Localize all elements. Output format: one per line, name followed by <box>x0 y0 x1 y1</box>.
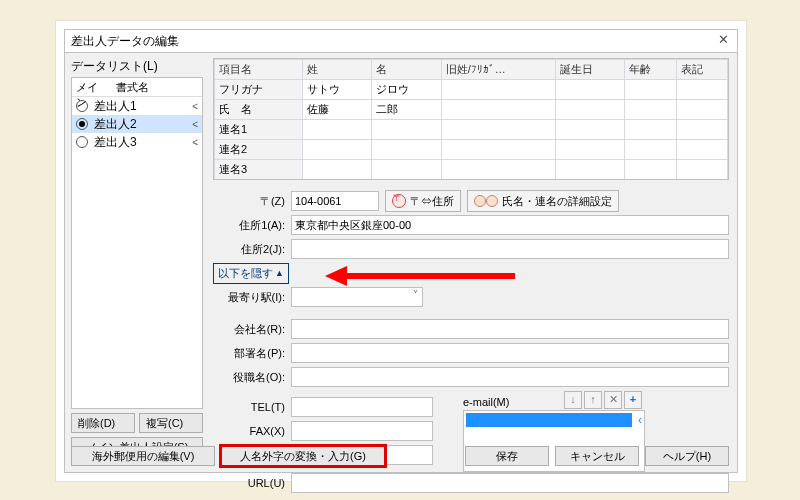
dept-input[interactable] <box>291 343 729 363</box>
people-icon <box>474 195 498 207</box>
zip-input[interactable]: 104-0061 <box>291 191 379 211</box>
table-row[interactable]: 連名2 <box>215 140 728 160</box>
url-input[interactable] <box>291 473 729 493</box>
email-delete-icon[interactable]: ✕ <box>604 391 622 409</box>
fax-input[interactable] <box>291 421 433 441</box>
tel-input[interactable] <box>291 397 433 417</box>
zip-label: 〒(Z) <box>213 194 291 209</box>
datalist-label: データリスト(L) <box>71 58 203 75</box>
table-row[interactable]: フリガナサトウジロウ <box>215 80 728 100</box>
email-move-up-icon[interactable]: ↑ <box>584 391 602 409</box>
tel-label: TEL(T) <box>213 401 291 413</box>
list-item[interactable]: 差出人2 < <box>72 115 202 133</box>
dialog-body: データリスト(L) メイン 書式名 差出人1 < 差出人2 < <box>65 52 737 472</box>
addr2-input[interactable] <box>291 239 729 259</box>
title-label: 役職名(O): <box>213 370 291 385</box>
name-grid[interactable]: 項目名姓名 旧姓/ﾌﾘｶﾞ…誕生日年齢表記 フリガナサトウジロウ 氏 名佐藤二郎… <box>213 58 729 180</box>
email-toolbar: ↓ ↑ ✕ + <box>564 391 642 409</box>
datalist-header: メイン 書式名 <box>72 78 202 97</box>
gaiji-convert-button[interactable]: 人名外字の変換・入力(G) <box>221 446 385 466</box>
delete-button[interactable]: 削除(D) <box>71 413 135 433</box>
chevron-icon: < <box>192 101 198 112</box>
company-input[interactable] <box>291 319 729 339</box>
grid-header-row: 項目名姓名 旧姓/ﾌﾘｶﾞ…誕生日年齢表記 <box>215 60 728 80</box>
cancel-button[interactable]: キャンセル <box>555 446 639 466</box>
titlebar: 差出人データの編集 ✕ <box>65 30 737 53</box>
left-panel: データリスト(L) メイン 書式名 差出人1 < 差出人2 < <box>71 58 203 432</box>
dialog-title: 差出人データの編集 <box>71 33 715 50</box>
url-label: URL(U) <box>213 477 291 489</box>
fax-label: FAX(X) <box>213 425 291 437</box>
email-selected-row[interactable] <box>466 413 632 427</box>
table-row[interactable]: 連名4 <box>215 180 728 181</box>
table-row[interactable]: 連名1 <box>215 120 728 140</box>
overseas-edit-button[interactable]: 海外郵便用の編集(V) <box>71 446 215 466</box>
table-row[interactable]: 氏 名佐藤二郎 <box>215 100 728 120</box>
copy-button[interactable]: 複写(C) <box>139 413 203 433</box>
chevron-icon: < <box>192 137 198 148</box>
radio-icon[interactable] <box>76 118 88 130</box>
list-item[interactable]: 差出人3 < <box>72 133 202 151</box>
name-detail-button[interactable]: 氏名・連名の詳細設定 <box>467 190 619 212</box>
email-move-down-icon[interactable]: ↓ <box>564 391 582 409</box>
list-item[interactable]: 差出人1 < <box>72 97 202 115</box>
save-button[interactable]: 保存 <box>465 446 549 466</box>
right-panel: 項目名姓名 旧姓/ﾌﾘｶﾞ…誕生日年齢表記 フリガナサトウジロウ 氏 名佐藤二郎… <box>213 58 729 432</box>
station-label: 最寄り駅(I): <box>213 290 291 305</box>
email-add-icon[interactable]: + <box>624 391 642 409</box>
zip-address-button[interactable]: 〒⇔住所 <box>385 190 461 212</box>
addr1-input[interactable]: 東京都中央区銀座00-00 <box>291 215 729 235</box>
postal-icon <box>392 194 406 208</box>
addr1-label: 住所1(A): <box>213 218 291 233</box>
hide-below-button[interactable]: 以下を隠す ▲ <box>213 263 289 284</box>
dialog-sender-data-edit: 差出人データの編集 ✕ データリスト(L) メイン 書式名 差出人1 < <box>64 29 738 473</box>
dialog-footer: 海外郵便用の編集(V) 人名外字の変換・入力(G) 保存 キャンセル ヘルプ(H… <box>71 446 729 466</box>
station-select[interactable] <box>291 287 423 307</box>
radio-icon[interactable] <box>76 100 88 112</box>
radio-icon[interactable] <box>76 136 88 148</box>
help-button[interactable]: ヘルプ(H) <box>645 446 729 466</box>
chevron-icon: < <box>192 119 198 130</box>
company-label: 会社名(R): <box>213 322 291 337</box>
triangle-up-icon: ▲ <box>275 268 284 278</box>
addr2-label: 住所2(J): <box>213 242 291 257</box>
table-row[interactable]: 連名3 <box>215 160 728 180</box>
title-input[interactable] <box>291 367 729 387</box>
dept-label: 部署名(P): <box>213 346 291 361</box>
close-icon[interactable]: ✕ <box>715 33 731 49</box>
screenshot-frame: 差出人データの編集 ✕ データリスト(L) メイン 書式名 差出人1 < <box>55 20 747 482</box>
datalist-listbox[interactable]: メイン 書式名 差出人1 < 差出人2 < 差 <box>71 77 203 409</box>
